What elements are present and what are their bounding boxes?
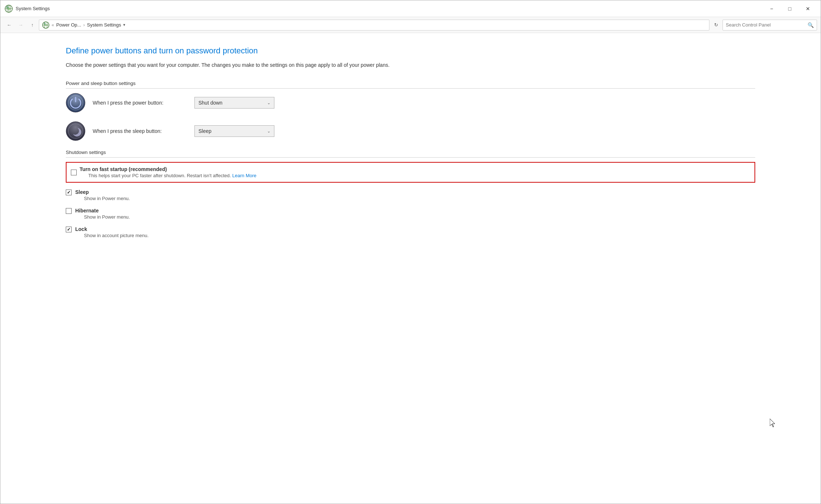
power-sleep-section-header: Power and sleep button settings — [66, 81, 755, 89]
breadcrumb-bar: « Power Op... › System Settings ▾ — [39, 20, 709, 31]
content-area: Define power buttons and turn on passwor… — [0, 33, 821, 504]
window-icon — [5, 5, 13, 13]
learn-more-link[interactable]: Learn More — [232, 173, 256, 178]
power-button-label: When I press the power button: — [93, 100, 187, 106]
hibernate-item: Hibernate Show in Power menu. — [66, 208, 755, 220]
sleep-checkbox[interactable] — [66, 190, 72, 195]
lock-item: Lock Show in account picture menu. — [66, 226, 755, 238]
fast-startup-desc: This helps start your PC faster after sh… — [88, 173, 257, 178]
sleep-button-label: When I press the sleep button: — [93, 128, 187, 134]
forward-button[interactable]: → — [16, 20, 26, 30]
close-button[interactable]: ✕ — [800, 3, 816, 15]
search-input[interactable] — [726, 22, 805, 28]
sleep-button-value: Sleep — [198, 128, 212, 134]
nav-bar: ← → ↑ « Power Op... › System Settings ▾ … — [0, 17, 821, 33]
svg-point-14 — [66, 122, 85, 141]
breadcrumb-dropdown-arrow[interactable]: ▾ — [123, 23, 125, 27]
title-bar: System Settings − □ ✕ — [0, 0, 821, 17]
sleep-item: Sleep Show in Power menu. — [66, 189, 755, 201]
page-description: Choose the power settings that you want … — [66, 61, 393, 69]
power-button-dropdown-arrow: ⌄ — [267, 101, 270, 105]
lock-desc: Show in account picture menu. — [84, 233, 149, 238]
breadcrumb-separator: › — [83, 23, 85, 28]
up-button[interactable]: ↑ — [27, 20, 37, 30]
sleep-button-row: When I press the sleep button: Sleep ⌄ — [66, 121, 755, 141]
sleep-content: Sleep Show in Power menu. — [75, 189, 130, 201]
fast-startup-item: Turn on fast startup (recommended) This … — [66, 162, 755, 183]
search-bar: 🔍 — [723, 20, 817, 31]
power-button-value: Shut down — [198, 100, 222, 106]
main-window: System Settings − □ ✕ ← → ↑ « Power Op..… — [0, 0, 821, 504]
fast-startup-row: Turn on fast startup (recommended) This … — [71, 166, 257, 178]
sleep-title: Sleep — [75, 189, 130, 195]
breadcrumb-power-options[interactable]: Power Op... — [56, 22, 81, 28]
shutdown-section-header: Shutdown settings — [66, 150, 755, 158]
fast-startup-content: Turn on fast startup (recommended) This … — [80, 166, 257, 178]
refresh-button[interactable]: ↻ — [711, 20, 721, 30]
page-title: Define power buttons and turn on passwor… — [66, 46, 755, 56]
sleep-button-icon — [66, 121, 85, 141]
search-icon: 🔍 — [808, 22, 814, 28]
breadcrumb-icon — [42, 21, 49, 29]
back-button[interactable]: ← — [4, 20, 14, 30]
window-controls: − □ ✕ — [763, 3, 816, 15]
hibernate-title: Hibernate — [75, 208, 130, 214]
breadcrumb-system-settings[interactable]: System Settings — [87, 22, 121, 28]
sleep-button-dropdown-arrow: ⌄ — [267, 129, 270, 134]
minimize-button[interactable]: − — [763, 3, 780, 15]
hibernate-content: Hibernate Show in Power menu. — [75, 208, 130, 220]
lock-content: Lock Show in account picture menu. — [75, 226, 149, 238]
sleep-button-dropdown[interactable]: Sleep ⌄ — [194, 125, 274, 137]
svg-point-5 — [6, 6, 8, 8]
maximize-button[interactable]: □ — [781, 3, 798, 15]
fast-startup-checkbox[interactable] — [71, 170, 77, 175]
svg-point-11 — [66, 93, 85, 112]
power-button-dropdown[interactable]: Shut down ⌄ — [194, 97, 274, 109]
power-button-row: When I press the power button: Shut down… — [66, 93, 755, 113]
lock-checkbox[interactable] — [66, 227, 72, 232]
fast-startup-title: Turn on fast startup (recommended) — [80, 166, 257, 172]
shutdown-section: Shutdown settings Turn on fast startup (… — [66, 150, 755, 238]
breadcrumb-prefix: « — [52, 23, 54, 28]
hibernate-desc: Show in Power menu. — [84, 214, 130, 220]
svg-point-10 — [44, 23, 46, 24]
window-title: System Settings — [16, 6, 763, 11]
hibernate-checkbox[interactable] — [66, 208, 72, 214]
lock-title: Lock — [75, 226, 149, 232]
sleep-desc: Show in Power menu. — [84, 196, 130, 201]
power-button-icon — [66, 93, 85, 113]
